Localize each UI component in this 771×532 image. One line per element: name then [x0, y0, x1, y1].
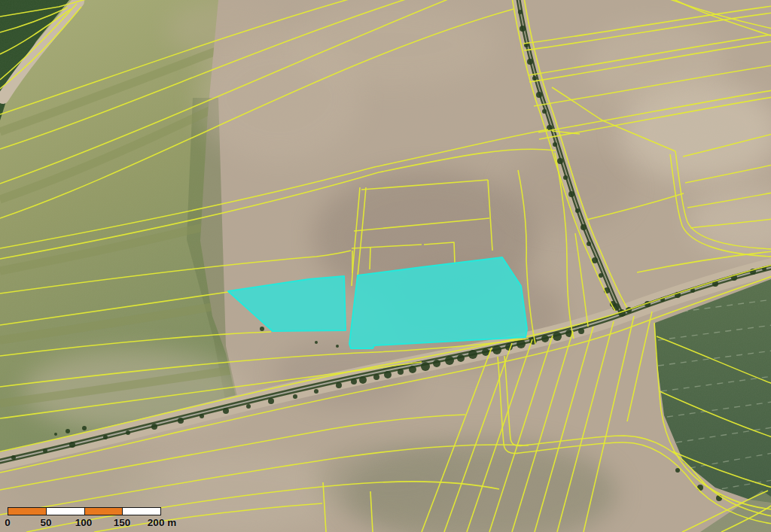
scale-bar-label: 100	[75, 517, 93, 528]
scale-bar-segment	[122, 508, 160, 515]
scale-bar-segment	[84, 508, 123, 515]
scale-bar-label: 150	[114, 517, 131, 528]
scale-bar: 0 50 100 150 200 m	[8, 507, 161, 529]
aerial-map	[0, 0, 771, 532]
scale-bar-segment	[46, 508, 84, 515]
scale-bar-track	[8, 507, 161, 515]
scale-bar-label: 50	[40, 517, 51, 528]
scale-bar-label: 0	[5, 517, 11, 528]
scale-bar-segment	[8, 508, 46, 515]
scale-bar-label: 200 m	[148, 517, 176, 528]
map-viewport[interactable]: 0 50 100 150 200 m	[0, 0, 771, 532]
scale-bar-labels: 0 50 100 150 200 m	[8, 517, 161, 529]
